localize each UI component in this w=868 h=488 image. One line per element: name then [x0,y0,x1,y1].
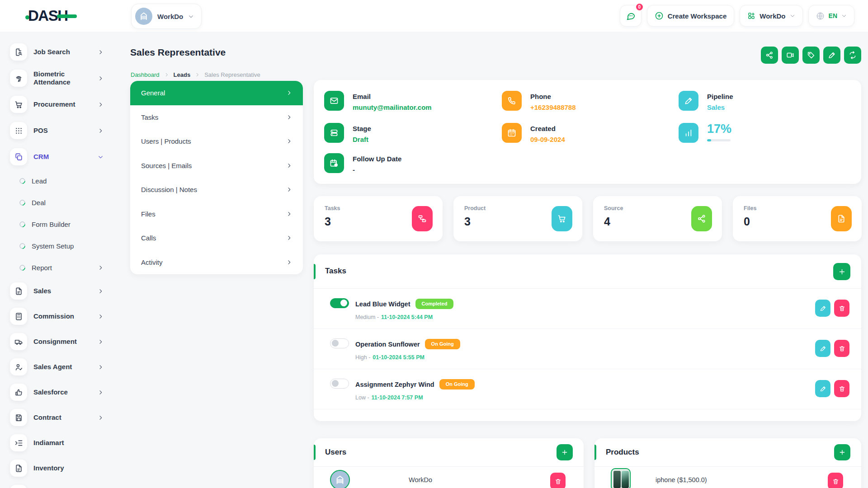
indent-icon [10,434,27,451]
trash-icon [839,305,845,312]
bar-chart-icon [679,123,698,143]
task-toggle[interactable] [330,379,349,389]
mail-icon [324,91,344,111]
tab-tasks[interactable]: Tasks [130,105,303,130]
crm-submenu: Lead Deal Form Builder System Setup Repo… [0,170,118,278]
chevron-right-icon [286,187,292,192]
task-row: Lead Blue Widget Completed Medium - 11-1… [314,289,861,329]
grid-plus-icon [747,12,755,20]
progress-percent: 17% [707,123,731,135]
phone-icon [502,91,522,111]
tab-general[interactable]: General [130,81,303,105]
sidebar-item-crm[interactable]: CRM [0,144,118,170]
sidebar-subitem-lead[interactable]: Lead [0,170,118,192]
sidebar-item-sales[interactable]: Sales [0,278,118,304]
tab-users-products[interactable]: Users | Products [130,129,303,154]
phone-value: +16239488788 [530,104,576,111]
sidebar-item-job-search[interactable]: Job Search [0,39,118,65]
sidebar-subitem-form-builder[interactable]: Form Builder [0,213,118,235]
lead-tab-menu: General Tasks Users | Products Sources |… [130,81,303,274]
plus-icon [839,449,846,456]
edit-lead-button[interactable] [823,47,840,64]
task-row: Operation Sunflower On Going High - 01-1… [314,329,861,369]
chevron-right-icon [98,389,104,395]
breadcrumb-leads[interactable]: Leads [174,71,191,78]
workspace-switcher[interactable]: WorkDo [131,4,202,29]
meeting-button[interactable] [782,47,799,64]
sidebar-item-contract[interactable]: Contract [0,405,118,430]
delete-task-button[interactable] [834,300,849,317]
tag-icon [807,51,815,59]
chevron-right-icon [286,90,292,96]
convert-lead-button[interactable] [844,47,861,64]
created-field: Created 09-09-2024 [502,123,565,143]
chevron-right-icon [286,259,292,265]
sidebar-item-pos[interactable]: POS [0,117,118,144]
sources-button[interactable] [761,47,778,64]
sidebar-item-indiamart[interactable]: Indiamart [0,430,118,455]
file-icon [831,206,852,231]
tab-files[interactable]: Files [130,202,303,226]
task-toggle[interactable] [330,298,349,308]
task-toggle[interactable] [330,338,349,348]
tab-calls[interactable]: Calls [130,226,303,250]
tab-sources-emails[interactable]: Sources | Emails [130,154,303,178]
breadcrumb-dashboard[interactable]: Dashboard [131,71,160,78]
sidebar-subitem-report[interactable]: Report [0,257,118,278]
sidebar-subitem-system-setup[interactable]: System Setup [0,235,118,257]
sidebar-item-procurement[interactable]: Procurement [0,91,118,117]
document-search-icon [10,43,27,61]
sidebar-item-sales-agent[interactable]: Sales Agent [0,354,118,380]
language-dropdown[interactable]: EN [808,5,854,27]
stat-card-tasks: Tasks 3 [314,196,443,241]
copy-icon [10,148,27,165]
task-status-badge: On Going [425,339,460,349]
delete-user-button[interactable] [550,473,566,488]
user-check-icon [10,358,27,375]
create-workspace-button[interactable]: Create Workspace [647,5,735,27]
pipeline-field: Pipeline Sales [679,91,733,111]
product-image [611,468,631,488]
chevron-right-icon [164,72,169,77]
tasks-title: Tasks [325,267,346,276]
sidebar-item-salesforce[interactable]: Salesforce [0,380,118,405]
sidebar-item-biometric-attendance[interactable]: Biometric Attendance [0,65,118,91]
sidebar-item-partial[interactable] [0,481,118,488]
database-icon [324,123,344,143]
create-workspace-label: Create Workspace [668,12,727,20]
add-task-button[interactable] [833,263,850,280]
workspace-name: WorkDo [157,13,183,20]
sidebar-item-consignment[interactable]: Consignment [0,329,118,354]
sidebar-item-inventory[interactable]: Inventory [0,455,118,481]
trash-icon [839,345,845,352]
pipeline-value: Sales [707,104,733,111]
delete-product-button[interactable] [828,473,843,488]
task-name: Operation Sunflower [355,341,420,348]
chevron-right-icon [98,364,104,370]
calendar-clock-icon [324,153,344,173]
chevron-down-icon [98,154,104,160]
add-product-button[interactable] [834,444,850,460]
task-name: Assignment Zephyr Wind [355,381,434,388]
sidebar-subitem-deal[interactable]: Deal [0,192,118,213]
tasks-section: Tasks Lead Blue Widget Completed Medium … [314,254,861,421]
workdo-apps-dropdown[interactable]: WorkDo [740,5,802,27]
labels-button[interactable] [802,47,820,64]
tab-discussion-notes[interactable]: Discussion | Notes [130,178,303,202]
pencil-icon [820,385,826,392]
share-network-icon [765,51,774,59]
task-row: Assignment Zephyr Wind On Going Low - 11… [314,369,861,409]
edit-task-button[interactable] [815,340,830,357]
followup-field: Follow Up Date - [324,153,401,173]
sidebar-item-commission[interactable]: Commission [0,304,118,329]
tab-activity[interactable]: Activity [130,250,303,275]
lead-action-buttons [761,47,861,64]
edit-task-button[interactable] [815,300,830,317]
messages-button[interactable]: 0 [620,5,642,27]
delete-task-button[interactable] [834,340,849,357]
delete-task-button[interactable] [834,380,849,397]
edit-task-button[interactable] [815,380,830,397]
users-section: Users WorkDo [314,438,584,488]
task-status-badge: Completed [415,299,454,309]
add-user-button[interactable] [557,444,573,460]
